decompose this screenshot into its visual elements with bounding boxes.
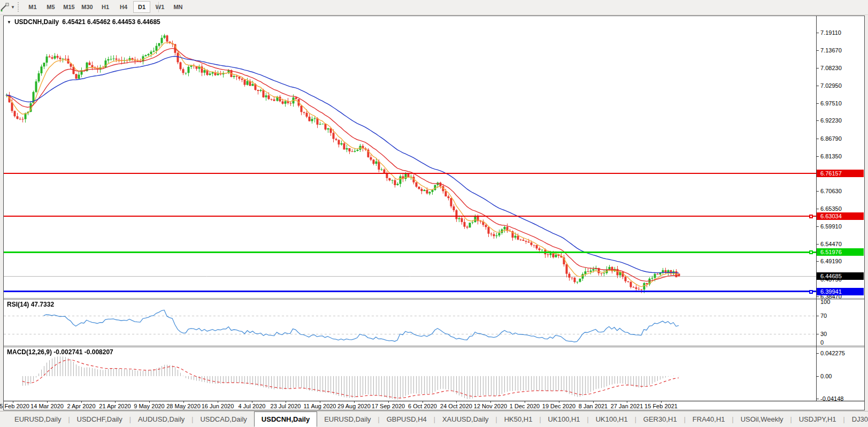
chart-tab-eurusd-daily[interactable]: EURUSD,Daily: [7, 412, 68, 427]
chart-tab-ger30-h1[interactable]: GER30,H1: [636, 412, 684, 427]
date-axis[interactable]: 25 Feb 202014 Mar 20202 Apr 202021 Apr 2…: [4, 401, 864, 410]
price-tick-label: 6.92230: [820, 117, 842, 124]
chart-tab-audusd-daily[interactable]: AUDUSD,Daily: [131, 412, 191, 427]
chart-window: ▼ USDCNH,Daily 6.45421 6.45462 6.44453 6…: [3, 16, 865, 410]
axis-tick-dash: [816, 156, 819, 157]
chart-tab-usdcad-daily[interactable]: USDCAD,Daily: [193, 412, 254, 427]
chart-tab-uk100-h1[interactable]: UK100,H1: [541, 412, 587, 427]
date-label: 21 Apr 2020: [99, 403, 130, 409]
price-axis[interactable]: 7.191107.136707.082307.029506.975106.922…: [817, 16, 864, 410]
price-tick-label: 7.08230: [820, 65, 842, 72]
timeframe-button-m30[interactable]: M30: [79, 1, 96, 13]
date-label: 28 May 2020: [166, 403, 201, 409]
toolbar-grip[interactable]: [18, 2, 20, 12]
macd-tick-dash: [816, 399, 819, 399]
date-label: 14 Mar 2020: [30, 403, 64, 409]
date-label: 24 Oct 2020: [440, 403, 472, 409]
toolbar-separator: [158, 2, 159, 12]
chart-title: ▼ USDCNH,Daily 6.45421 6.45462 6.44453 6…: [7, 18, 160, 26]
hline-price-flag: 6.63034: [817, 212, 864, 220]
chart-tabs-bar: EURUSD,Daily|USDCHF,Daily|AUDUSD,Daily|U…: [0, 411, 868, 427]
chart-tab-usoil-weekly[interactable]: USOil,Weekly: [734, 412, 790, 427]
chart-window-inner: ▼ USDCNH,Daily 6.45421 6.45462 6.44453 6…: [4, 16, 864, 410]
main-chart-canvas[interactable]: [4, 16, 816, 298]
drawing-tool-group[interactable]: ▼: [0, 1, 15, 13]
axis-tick-dash: [816, 261, 819, 262]
rsi-panel-canvas[interactable]: [4, 300, 816, 346]
timeframe-button-h4[interactable]: H4: [115, 1, 132, 13]
timeframe-buttons: M1M5M15M30H1H4D1W1MN: [24, 1, 187, 13]
date-label: 15 Feb 2021: [644, 403, 678, 409]
axis-tick-dash: [816, 296, 819, 297]
top-toolbar: ▼ M1M5M15M30H1H4D1W1MN: [0, 0, 868, 15]
date-label: 25 Feb 2020: [0, 403, 29, 409]
chart-tab-usdcnh-daily[interactable]: USDCNH,Daily: [254, 411, 317, 427]
date-label: 16 Jun 2020: [202, 403, 234, 409]
date-label: 11 Aug 2020: [304, 403, 336, 409]
chart-tab-gbpusd-h4[interactable]: GBPUSD,H4: [380, 412, 434, 427]
timeframe-button-d1[interactable]: D1: [133, 1, 150, 13]
price-tick-label: 7.19110: [820, 29, 841, 36]
chart-tab-usdchf-daily[interactable]: USDCHF,Daily: [70, 412, 129, 427]
chart-ohlc-values: 6.45421 6.45462 6.44453 6.44685: [62, 18, 160, 26]
axis-tick-dash: [816, 244, 819, 245]
crosshair-tool-icon[interactable]: [0, 2, 10, 12]
hline-price-flag: 6.76157: [817, 170, 864, 177]
date-label: 4 Jul 2020: [239, 403, 266, 409]
hline-price-flag: 6.51976: [817, 248, 864, 256]
price-tick-label: 6.59910: [820, 223, 842, 230]
date-label: 29 Aug 2020: [337, 403, 371, 409]
date-label: 12 Nov 2020: [474, 403, 507, 409]
timeframe-button-h1[interactable]: H1: [97, 1, 114, 13]
date-label: 6 Oct 2020: [408, 403, 437, 409]
chart-symbol-label: USDCNH,Daily: [14, 18, 59, 26]
price-tick-label: 6.81350: [820, 153, 842, 160]
timeframe-button-m15[interactable]: M15: [60, 1, 78, 13]
collapse-arrow-icon[interactable]: ▼: [7, 20, 11, 25]
dropdown-arrow-icon[interactable]: ▼: [11, 5, 15, 10]
rsi-axis-label: 100: [820, 299, 830, 306]
date-label: 19 Dec 2020: [542, 403, 575, 409]
price-tick-label: 6.54470: [820, 241, 842, 248]
macd-axis-label: 0.042275: [820, 350, 845, 357]
mt4-application: ▼ M1M5M15M30H1H4D1W1MN ▼ USDCNH,Daily 6.…: [0, 0, 868, 427]
price-tick-label: 7.02950: [820, 82, 842, 89]
axis-tick-dash: [816, 86, 819, 86]
timeframe-button-w1[interactable]: W1: [151, 1, 168, 13]
chart-tab-uk100-h1[interactable]: UK100,H1: [589, 412, 635, 427]
chart-tab-eurusd-daily[interactable]: EURUSD,Daily: [317, 412, 378, 427]
chart-tab-xauusd-daily[interactable]: XAUUSD,Daily: [435, 412, 496, 427]
axis-tick-dash: [816, 191, 819, 192]
timeframe-button-mn[interactable]: MN: [170, 1, 187, 13]
chart-tab-fra40-h1[interactable]: FRA40,H1: [686, 412, 732, 427]
timeframe-button-m5[interactable]: M5: [42, 1, 59, 13]
macd-tick-dash: [816, 353, 819, 354]
price-tick-label: 7.13670: [820, 47, 842, 54]
axis-tick-dash: [816, 68, 819, 68]
rsi-indicator-label: RSI(14) 47.7332: [7, 301, 54, 308]
rsi-tick-dash: [816, 316, 819, 316]
rsi-axis-label: 70: [820, 312, 827, 319]
date-label: 27 Jan 2021: [611, 403, 643, 409]
axis-tick-dash: [816, 33, 819, 33]
date-label: 8 Jan 2021: [579, 403, 608, 409]
axis-tick-dash: [816, 209, 819, 209]
rsi-axis-label: 30: [820, 331, 827, 338]
price-tick-label: 6.70630: [820, 188, 842, 195]
macd-axis-label: 0.00: [820, 373, 832, 380]
price-tick-label: 6.65350: [820, 205, 842, 212]
axis-tick-dash: [816, 139, 819, 139]
chart-tab-usdjpy-h1[interactable]: USDJPY,H1: [792, 412, 843, 427]
axis-tick-dash: [816, 120, 819, 121]
price-tick-label: 6.97510: [820, 100, 842, 107]
axis-tick-dash: [816, 103, 819, 104]
chart-tab-dj30-daily[interactable]: DJ30,Daily: [845, 412, 868, 427]
price-tick-label: 6.86790: [820, 135, 842, 142]
timeframe-button-m1[interactable]: M1: [24, 1, 41, 13]
axis-tick-dash: [816, 50, 819, 51]
chart-tab-hk50-h1[interactable]: HK50,H1: [497, 412, 540, 427]
macd-panel-canvas[interactable]: [4, 347, 816, 401]
rsi-tick-dash: [816, 334, 819, 334]
date-label: 17 Sep 2020: [372, 403, 405, 409]
date-label: 9 May 2020: [134, 403, 164, 409]
